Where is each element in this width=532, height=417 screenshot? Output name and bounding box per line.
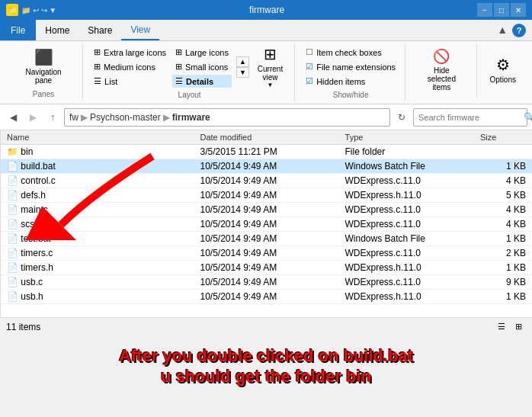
details-view-button[interactable]: ☰ bbox=[494, 320, 509, 334]
extra-large-icons-button[interactable]: ⊞ Extra large icons bbox=[91, 46, 169, 59]
file-list[interactable]: Name Date modified Type Size 📁 bin 3/5/2… bbox=[1, 130, 532, 317]
medium-icons-button[interactable]: ⊞ Medium icons bbox=[91, 60, 169, 73]
file-extensions-checkbox[interactable] bbox=[306, 62, 313, 72]
col-size[interactable]: Size bbox=[474, 130, 532, 145]
table-row[interactable]: 📄 control.c 10/5/2014 9:49 AM WDExpress.… bbox=[1, 174, 532, 188]
navigation-pane-button[interactable]: ⬛ Navigation pane bbox=[11, 46, 76, 87]
table-row[interactable]: 📄 defs.h 10/5/2014 9:49 AM WDExpress.h.1… bbox=[1, 188, 532, 203]
file-size-cell bbox=[474, 145, 532, 159]
file-name-cell: 📄 main.c bbox=[1, 203, 194, 217]
help-up-icon[interactable]: ▲ bbox=[497, 24, 508, 37]
maximize-button[interactable]: □ bbox=[494, 3, 509, 17]
file-type-cell: WDExpress.h.11.0 bbox=[339, 290, 474, 304]
file-date-cell: 10/5/2014 9:49 AM bbox=[194, 159, 338, 174]
item-count: 11 items bbox=[6, 322, 40, 332]
item-checkboxes-option[interactable]: Item check boxes bbox=[303, 46, 385, 59]
title-bar: 📁 📁 ↩ ↪ ▼ firmware − □ ✕ bbox=[0, 0, 532, 20]
col-date[interactable]: Date modified bbox=[194, 130, 338, 145]
help-button[interactable]: ? bbox=[512, 24, 526, 37]
list-button[interactable]: ☰ List bbox=[91, 75, 169, 88]
close-button[interactable]: ✕ bbox=[511, 3, 526, 17]
file-name: scsi.c bbox=[21, 219, 43, 229]
hidden-items-option[interactable]: Hidden items bbox=[303, 75, 368, 88]
file-table: Name Date modified Type Size 📁 bin 3/5/2… bbox=[1, 130, 532, 304]
col-name[interactable]: Name bbox=[1, 130, 194, 145]
menu-home[interactable]: Home bbox=[36, 20, 79, 40]
options-label: Options bbox=[490, 75, 516, 84]
file-size-cell: 5 KB bbox=[474, 188, 532, 203]
table-row[interactable]: 📄 timers.c 10/5/2014 9:49 AM WDExpress.c… bbox=[1, 246, 532, 261]
small-icons-button[interactable]: ⊞ Small icons bbox=[172, 60, 232, 73]
table-row[interactable]: 📄 test.bat 10/5/2014 9:49 AM Windows Bat… bbox=[1, 232, 532, 246]
item-checkboxes-checkbox[interactable] bbox=[306, 47, 313, 57]
menu-bar: File Home Share View ▲ ? bbox=[0, 20, 532, 41]
layout-scroll-down[interactable]: ▼ bbox=[236, 67, 249, 78]
file-date-cell: 10/5/2014 9:49 AM bbox=[194, 203, 338, 217]
search-bar[interactable]: 🔍 bbox=[413, 108, 527, 127]
address-sep-1: ▶ bbox=[81, 112, 88, 123]
file-size-cell: 1 KB bbox=[474, 261, 532, 275]
file-size-cell: 4 KB bbox=[474, 174, 532, 188]
table-row[interactable]: 📁 bin 3/5/2015 11:21 PM File folder bbox=[1, 145, 532, 159]
file-icon: 📄 bbox=[7, 291, 18, 302]
table-row[interactable]: 📄 build.bat 10/5/2014 9:49 AM Windows Ba… bbox=[1, 159, 532, 174]
file-extensions-option[interactable]: File name extensions bbox=[303, 60, 399, 73]
large-view-button[interactable]: ⊞ bbox=[511, 320, 526, 334]
file-name-cell: 📄 build.bat bbox=[1, 159, 194, 174]
forward-button[interactable]: ▶ bbox=[24, 109, 41, 126]
minimize-button[interactable]: − bbox=[477, 3, 492, 17]
file-type-cell: WDExpress.c.11.0 bbox=[339, 275, 474, 290]
file-type-cell: WDExpress.c.11.0 bbox=[339, 203, 474, 217]
large-label: Large icons bbox=[185, 48, 229, 57]
layout-scroll-buttons[interactable]: ▲ ▼ bbox=[236, 56, 249, 78]
layout-icons-left: ⊞ Extra large icons ⊞ Medium icons ☰ Lis… bbox=[91, 46, 169, 88]
item-checkboxes-label: Item check boxes bbox=[316, 48, 382, 57]
search-input[interactable] bbox=[418, 113, 524, 122]
table-row[interactable]: 📄 scsi.c 10/5/2014 9:49 AM WDExpress.c.1… bbox=[1, 217, 532, 232]
path-crumb-psychson[interactable]: Psychson-master bbox=[90, 112, 161, 123]
file-date-cell: 10/5/2014 9:49 AM bbox=[194, 174, 338, 188]
layout-scroll-up[interactable]: ▲ bbox=[236, 56, 249, 67]
col-type[interactable]: Type bbox=[339, 130, 474, 145]
file-name-cell: 📄 usb.c bbox=[1, 275, 194, 290]
layout-section-label: Layout bbox=[178, 88, 201, 99]
ribbon-show-hide-section: Item check boxes File name extensions Hi… bbox=[296, 44, 405, 101]
file-name-cell: 📄 control.c bbox=[1, 174, 194, 188]
ribbon-options-items: ⚙ Options bbox=[485, 46, 521, 93]
path-crumb-firmware[interactable]: firmware bbox=[172, 112, 210, 123]
ribbon: ⬛ Navigation pane Panes ⊞ Extra large ic… bbox=[0, 41, 532, 104]
list-icon: ☰ bbox=[94, 76, 101, 86]
table-row[interactable]: 📄 main.c 10/5/2014 9:49 AM WDExpress.c.1… bbox=[1, 203, 532, 217]
annotation-line2: u should get the folder bin bbox=[161, 367, 371, 386]
menu-view[interactable]: View bbox=[121, 20, 159, 40]
window-controls[interactable]: − □ ✕ bbox=[477, 3, 526, 17]
search-icon[interactable]: 🔍 bbox=[524, 112, 532, 123]
up-button[interactable]: ↑ bbox=[44, 109, 61, 126]
file-name: timers.c bbox=[21, 248, 53, 258]
menu-share[interactable]: Share bbox=[79, 20, 121, 40]
table-row[interactable]: 📄 usb.h 10/5/2014 9:49 AM WDExpress.h.11… bbox=[1, 290, 532, 304]
path-crumb-fw[interactable]: fw bbox=[69, 112, 79, 123]
app-icon: 📁 bbox=[6, 4, 18, 16]
refresh-button[interactable]: ↻ bbox=[393, 109, 410, 126]
large-icons-button[interactable]: ⊞ Large icons bbox=[172, 46, 232, 59]
back-button[interactable]: ◀ bbox=[5, 109, 21, 126]
file-type-cell: WDExpress.c.11.0 bbox=[339, 174, 474, 188]
current-view-button[interactable]: ⊞ Currentview ▼ bbox=[252, 47, 288, 88]
file-icon: 📄 bbox=[7, 175, 18, 186]
address-bar[interactable]: fw ▶ Psychson-master ▶ firmware bbox=[64, 108, 390, 127]
details-label: Details bbox=[186, 77, 213, 86]
view-toggle-buttons[interactable]: ☰ ⊞ bbox=[494, 320, 526, 334]
hidden-items-checkbox[interactable] bbox=[306, 76, 313, 86]
file-name: usb.c bbox=[21, 277, 43, 287]
details-button[interactable]: ☰ Details bbox=[172, 75, 232, 88]
options-button[interactable]: ⚙ Options bbox=[485, 49, 521, 90]
table-row[interactable]: 📄 timers.h 10/5/2014 9:49 AM WDExpress.h… bbox=[1, 261, 532, 275]
file-name: timers.h bbox=[21, 262, 53, 273]
menu-file[interactable]: File bbox=[0, 20, 36, 40]
hide-selected-button[interactable]: 🚫 Hide selecteditems bbox=[413, 49, 470, 90]
table-row[interactable]: 📄 usb.c 10/5/2014 9:49 AM WDExpress.c.11… bbox=[1, 275, 532, 290]
file-extensions-label: File name extensions bbox=[316, 63, 396, 72]
hidden-items-label: Hidden items bbox=[316, 77, 365, 86]
file-area: Name Date modified Type Size 📁 bin 3/5/2… bbox=[0, 130, 532, 317]
